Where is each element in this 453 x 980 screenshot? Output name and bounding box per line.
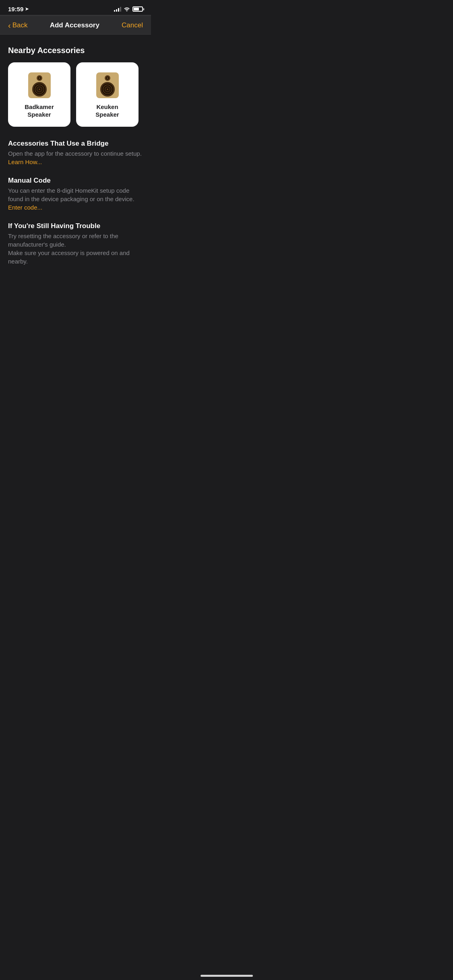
time-display: 19:59 bbox=[8, 6, 23, 12]
svg-point-3 bbox=[39, 77, 40, 78]
status-icons bbox=[114, 6, 143, 12]
trouble-body-text-2: Make sure your accessory is powered on a… bbox=[8, 249, 130, 265]
badkamer-label: BadkamerSpeaker bbox=[25, 103, 54, 119]
manual-code-heading: Manual Code bbox=[8, 177, 143, 185]
keuken-speaker-card[interactable]: KeukenSpeaker bbox=[76, 62, 139, 127]
learn-how-link[interactable]: Learn How... bbox=[8, 159, 42, 165]
status-time: 19:59 ➤ bbox=[8, 6, 29, 12]
enter-code-link[interactable]: Enter code... bbox=[8, 204, 42, 211]
wifi-icon bbox=[124, 6, 130, 12]
accessories-grid: BadkamerSpeaker bbox=[8, 62, 143, 127]
speaker-icon bbox=[93, 71, 122, 100]
nearby-heading: Nearby Accessories bbox=[8, 46, 143, 55]
badkamer-speaker-card[interactable]: BadkamerSpeaker bbox=[8, 62, 70, 127]
speaker-icon bbox=[25, 71, 54, 100]
bridge-body-text: Open the app for the accessory to contin… bbox=[8, 150, 142, 157]
location-icon: ➤ bbox=[25, 6, 29, 12]
bridge-section: Accessories That Use a Bridge Open the a… bbox=[8, 140, 143, 166]
main-content: Nearby Accessories bbox=[0, 35, 151, 292]
cancel-button[interactable]: Cancel bbox=[122, 21, 143, 29]
svg-point-14 bbox=[107, 77, 108, 78]
status-bar: 19:59 ➤ bbox=[0, 0, 151, 15]
manual-code-section: Manual Code You can enter the 8-digit Ho… bbox=[8, 177, 143, 212]
back-label: Back bbox=[12, 21, 28, 29]
manual-code-body-text: You can enter the 8-digit HomeKit setup … bbox=[8, 187, 134, 202]
back-button[interactable]: ‹ Back bbox=[8, 21, 27, 29]
trouble-section: If You're Still Having Trouble Try reset… bbox=[8, 222, 143, 266]
trouble-body-text-1: Try resetting the accessory or refer to … bbox=[8, 233, 118, 248]
manual-code-body: You can enter the 8-digit HomeKit setup … bbox=[8, 186, 143, 212]
page-title: Add Accessory bbox=[50, 21, 99, 29]
trouble-body: Try resetting the accessory or refer to … bbox=[8, 232, 143, 266]
nav-bar: ‹ Back Add Accessory Cancel bbox=[0, 16, 151, 35]
svg-point-19 bbox=[107, 89, 108, 90]
battery-icon bbox=[132, 6, 143, 12]
trouble-heading: If You're Still Having Trouble bbox=[8, 222, 143, 230]
keuken-label: KeukenSpeaker bbox=[95, 103, 119, 119]
bridge-heading: Accessories That Use a Bridge bbox=[8, 140, 143, 148]
back-chevron-icon: ‹ bbox=[8, 21, 11, 29]
svg-point-8 bbox=[39, 89, 40, 90]
signal-icon bbox=[114, 7, 121, 12]
nearby-section: Nearby Accessories bbox=[8, 46, 143, 127]
bridge-body: Open the app for the accessory to contin… bbox=[8, 149, 143, 166]
